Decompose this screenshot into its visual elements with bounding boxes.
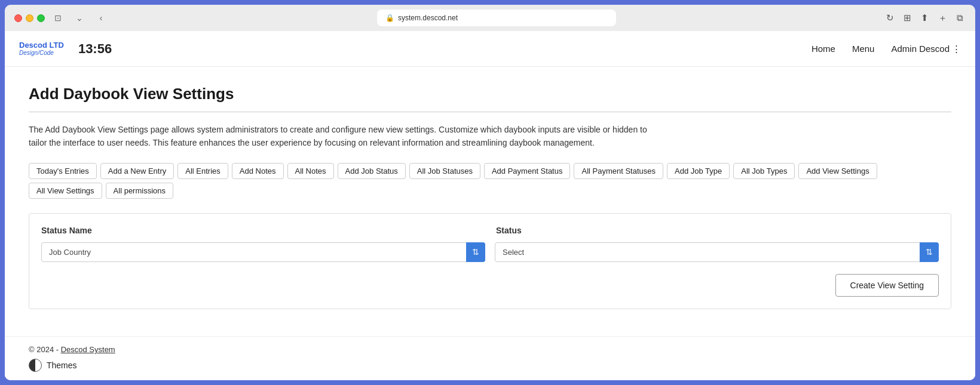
form-section: Status Name Status Job Country ⇅ Se [29,213,951,309]
maximize-button[interactable] [37,14,45,22]
pill-all-notes[interactable]: All Notes [287,163,334,179]
reload-button[interactable]: ↻ [884,11,896,24]
chevron-down-icon[interactable]: ⌄ [71,12,88,24]
pill-all-view-settings[interactable]: All View Settings [29,183,102,199]
status-name-select[interactable]: Job Country [41,242,485,262]
main-nav: Home Menu Admin Descod ⋮ [811,44,961,54]
status-col-header: Status [496,226,939,235]
lock-icon: 🔒 [385,14,394,22]
pill-add-view-settings[interactable]: Add View Settings [798,163,877,179]
new-tab-button[interactable]: ＋ [936,11,950,25]
pill-add-notes[interactable]: Add Notes [232,163,284,179]
minimize-button[interactable] [26,14,33,22]
pill-add-job-status[interactable]: Add Job Status [338,163,406,179]
create-view-setting-button[interactable]: Create View Setting [835,274,939,297]
status-select-wrapper: Select ⇅ [495,242,939,262]
title-divider [29,112,951,112]
brand-name: Descod LTD [19,41,64,50]
vertical-dots-icon: ⋮ [952,44,961,54]
brand-sub: Design/Code [19,50,54,56]
footer-link[interactable]: Descod System [61,345,115,354]
nav-admin-label: Admin Descod [891,44,950,54]
themes-button[interactable]: Themes [29,359,951,372]
traffic-lights [14,14,45,22]
page-description: The Add Daybook View Settings page allow… [29,123,662,150]
pill-all-entries[interactable]: All Entries [177,163,228,179]
back-button[interactable]: ‹ [93,12,109,24]
brand: Descod LTD Design/Code [19,41,64,56]
page-title: Add Daybook View Settings [29,85,951,103]
pill-all-permissions[interactable]: All permissions [106,183,173,199]
pill-add-payment-status[interactable]: Add Payment Status [484,163,571,179]
clock-display: 13:56 [78,41,112,57]
themes-label: Themes [47,361,77,370]
main-content: Add Daybook View Settings The Add Dayboo… [5,67,975,336]
url-text: system.descod.net [398,14,458,22]
nav-admin[interactable]: Admin Descod ⋮ [891,44,961,54]
share-button[interactable]: ⬆ [918,11,931,24]
close-button[interactable] [14,14,22,22]
footer: © 2024 - Descod System Themes [5,336,975,380]
window-toggle-button[interactable]: ⊡ [50,12,66,24]
top-nav: Descod LTD Design/Code 13:56 Home Menu A… [5,31,975,67]
nav-menu[interactable]: Menu [852,44,875,54]
tabs-button[interactable]: ⧉ [954,11,966,24]
pill-all-job-statuses[interactable]: All Job Statuses [409,163,480,179]
more-button[interactable]: ⊞ [901,11,914,24]
pill-all-payment-statuses[interactable]: All Payment Statuses [574,163,663,179]
status-name-col-header: Status Name [41,226,484,235]
status-name-select-wrapper: Job Country ⇅ [41,242,485,262]
pill-todays-entries[interactable]: Today's Entries [29,163,97,179]
footer-copyright: © 2024 - Descod System [29,345,951,354]
url-bar[interactable]: 🔒 system.descod.net [377,10,616,26]
theme-toggle-icon [29,359,42,372]
pill-add-new-entry[interactable]: Add a New Entry [100,163,174,179]
pill-all-job-types[interactable]: All Job Types [733,163,795,179]
status-select[interactable]: Select [495,242,939,262]
nav-home[interactable]: Home [811,44,835,54]
nav-pills: Today's Entries Add a New Entry All Entr… [29,163,951,199]
pill-add-job-type[interactable]: Add Job Type [667,163,730,179]
